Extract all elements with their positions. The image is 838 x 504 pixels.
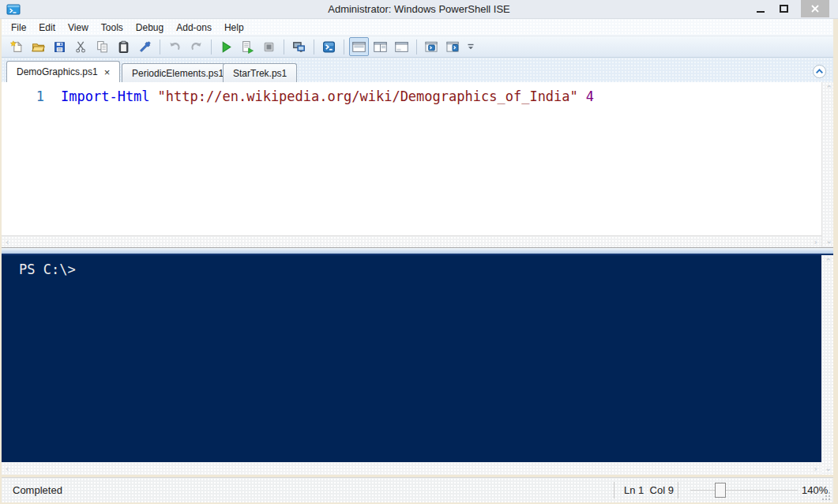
tab-close-icon[interactable]: ×: [104, 67, 111, 77]
console-pane[interactable]: PS C:\>: [2, 255, 821, 462]
scroll-down-icon: ⌄: [825, 464, 832, 472]
wrench-icon: [138, 40, 152, 54]
start-powershell-button[interactable]: [319, 37, 339, 56]
editor-horizontal-scrollbar[interactable]: ‹ ›: [2, 235, 821, 247]
scroll-right-icon: ›: [814, 465, 817, 473]
window-title: Administrator: Windows PowerShell ISE: [0, 3, 838, 15]
script-editor-pane[interactable]: 1 Import-Html"http://en.wikipedia.org/wi…: [2, 82, 821, 235]
cut-button[interactable]: [71, 37, 91, 56]
new-file-icon: [10, 40, 24, 54]
minimize-button[interactable]: [750, 0, 771, 17]
remote-computer-icon: [292, 40, 306, 54]
zoom-slider-thumb[interactable]: [715, 483, 726, 498]
tab-periodicelements[interactable]: PeriodicElements.ps1: [122, 63, 234, 82]
layout-max-icon: [395, 40, 408, 54]
scroll-up-icon: ⌃: [825, 85, 832, 93]
tab-startrek[interactable]: StarTrek.ps1: [223, 63, 297, 82]
toolbar-overflow-button[interactable]: [465, 37, 476, 56]
undo-icon: [168, 40, 182, 54]
open-script-button[interactable]: [28, 37, 48, 56]
redo-icon: [190, 40, 203, 54]
tab-demographics[interactable]: DemoGraphics.ps1 ×: [6, 61, 120, 82]
new-powershell-tab-button[interactable]: [422, 37, 442, 56]
save-script-button[interactable]: [50, 37, 70, 56]
undo-button[interactable]: [165, 37, 185, 56]
code-line: Import-Html"http://en.wikipedia.org/wiki…: [61, 88, 594, 104]
save-icon: [53, 40, 66, 54]
maximize-icon: [780, 5, 788, 13]
scroll-up-icon: ⌃: [825, 258, 832, 266]
toolbar: [2, 36, 833, 58]
copy-icon: [96, 40, 109, 54]
script-pane-maximized-button[interactable]: [392, 37, 411, 56]
collapse-script-pane-button[interactable]: [812, 64, 827, 79]
title-bar: Administrator: Windows PowerShell ISE: [0, 0, 838, 19]
resize-grip-icon[interactable]: [821, 491, 830, 500]
toolbar-separator: [314, 39, 314, 55]
line-number: 1: [2, 88, 44, 104]
menu-help[interactable]: Help: [218, 20, 250, 36]
new-script-button[interactable]: [7, 37, 27, 56]
menu-addons[interactable]: Add-ons: [170, 20, 218, 36]
menu-bar: File Edit View Tools Debug Add-ons Help: [2, 19, 833, 36]
window-border-gap: [2, 475, 833, 477]
editor-vertical-scrollbar[interactable]: ⌃ ⌄: [821, 82, 833, 247]
script-pane-top-button[interactable]: [349, 37, 369, 56]
tab-label: DemoGraphics.ps1: [17, 66, 98, 77]
run-selection-icon: [241, 40, 254, 54]
scroll-down-icon: ⌄: [825, 236, 832, 245]
console-vertical-scrollbar[interactable]: ⌃ ⌄: [821, 255, 833, 475]
maximize-button[interactable]: [772, 0, 795, 17]
close-powershell-tab-button[interactable]: [443, 37, 463, 56]
window-border-left: [0, 19, 2, 502]
cursor-position: Ln 1 Col 9: [624, 484, 674, 496]
paste-icon: [117, 40, 130, 54]
layout-top-icon: [352, 40, 366, 54]
paste-button[interactable]: [114, 37, 133, 56]
status-text: Completed: [13, 484, 62, 496]
scroll-right-icon: ›: [814, 238, 817, 246]
close-icon: [810, 4, 820, 13]
status-separator: [614, 482, 614, 498]
tab-label: PeriodicElements.ps1: [132, 68, 224, 79]
run-selection-button[interactable]: [238, 37, 257, 56]
remote-powershell-tab-button[interactable]: [289, 37, 309, 56]
menu-edit[interactable]: Edit: [32, 20, 62, 36]
console-horizontal-scrollbar[interactable]: ‹ ›: [2, 462, 821, 475]
close-button[interactable]: [801, 0, 829, 17]
window-border-right: [833, 19, 838, 502]
toolbar-separator: [344, 39, 344, 55]
powershell-tab-alt-icon: [446, 40, 460, 54]
open-folder-icon: [32, 40, 45, 54]
script-pane-right-button[interactable]: [370, 37, 390, 56]
toolbar-separator: [211, 39, 212, 55]
cut-icon: [74, 40, 88, 54]
code-command: Import-Html: [61, 88, 150, 104]
toolbar-separator: [284, 39, 284, 55]
menu-file[interactable]: File: [5, 20, 32, 36]
layout-right-icon: [374, 40, 387, 54]
menu-debug[interactable]: Debug: [130, 20, 170, 36]
redo-button[interactable]: [186, 37, 206, 56]
tab-label: StarTrek.ps1: [233, 68, 287, 79]
status-separator: [678, 482, 678, 498]
code-string: "http://en.wikipedia.org/wiki/Demographi…: [158, 88, 578, 104]
menu-view[interactable]: View: [62, 20, 95, 36]
copy-button[interactable]: [92, 37, 112, 56]
pane-splitter[interactable]: [2, 247, 833, 255]
powershell-icon: [322, 40, 336, 54]
tab-strip: DemoGraphics.ps1 × PeriodicElements.ps1 …: [2, 58, 833, 82]
minimize-icon: [757, 11, 765, 13]
status-bar: Completed Ln 1 Col 9 140%: [2, 477, 833, 502]
zoom-slider-track[interactable]: [690, 490, 798, 491]
menu-tools[interactable]: Tools: [95, 20, 130, 36]
overflow-icon: [467, 42, 475, 51]
powershell-tab-icon: [425, 40, 438, 54]
scroll-left-icon: ‹: [6, 465, 9, 473]
toolbar-separator: [160, 39, 160, 55]
console-prompt: PS C:\>: [19, 261, 76, 277]
chevron-up-circle-icon: [812, 64, 827, 79]
stop-operation-button[interactable]: [259, 37, 279, 56]
clear-console-button[interactable]: [135, 37, 155, 56]
run-script-button[interactable]: [216, 37, 236, 56]
